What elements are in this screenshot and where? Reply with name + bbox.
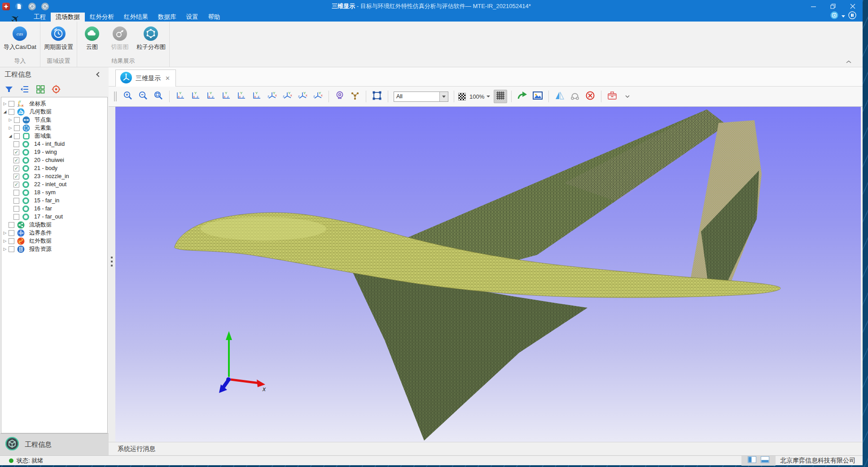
tree-checkbox[interactable]: [13, 190, 19, 196]
tree-item-label[interactable]: 面域集: [35, 132, 52, 140]
tree-item-1[interactable]: ◢几何数据: [1, 108, 107, 116]
tree-expander-icon[interactable]: ▷: [8, 126, 13, 130]
tree-item-15[interactable]: 流场数据: [1, 221, 107, 229]
tree-item-10[interactable]: ✓22 - inlet_out: [1, 180, 107, 188]
tree-expander-icon[interactable]: ▷: [2, 247, 8, 251]
tree-expander-icon[interactable]: ◢: [2, 109, 8, 114]
tree-item-label[interactable]: 几何数据: [29, 108, 52, 116]
tree-item-7[interactable]: ✓20 - chuiwei: [1, 156, 107, 164]
tree-item-label[interactable]: 19 - wing: [34, 149, 57, 155]
view-iso-1-button[interactable]: Yzx: [265, 90, 279, 103]
tree-item-14[interactable]: 17 - far_out: [1, 213, 107, 221]
tree-item-label[interactable]: 流场数据: [29, 221, 52, 229]
tree-item-2[interactable]: ▷节点集: [1, 116, 107, 124]
tree-item-label[interactable]: 15 - far_in: [34, 197, 59, 204]
menu-item-4[interactable]: 数据库: [153, 13, 181, 22]
tree-checkbox[interactable]: [9, 230, 14, 236]
menu-item-6[interactable]: 帮助: [203, 13, 225, 22]
tree-checkbox[interactable]: ✓: [13, 157, 19, 163]
zoom-level-dropdown[interactable]: 100%: [468, 93, 492, 100]
tree-item-6[interactable]: ✓19 - wing: [1, 148, 107, 156]
tree-expander-icon[interactable]: ▷: [2, 239, 8, 243]
tree-item-5[interactable]: 14 - int_fluid: [1, 140, 107, 148]
package-button[interactable]: [605, 90, 619, 103]
close-button[interactable]: [843, 0, 863, 13]
tree-checkbox[interactable]: [13, 198, 19, 204]
filter-icon[interactable]: [4, 84, 14, 95]
tree-item-label[interactable]: 18 - sym: [34, 189, 56, 196]
tree-item-label[interactable]: 23 - nozzle_in: [34, 173, 69, 179]
tree-item-17[interactable]: ▷红外数据: [1, 237, 107, 245]
help-book-icon[interactable]: [848, 11, 856, 21]
zoom-in-button[interactable]: [121, 90, 135, 103]
transparency-pattern-icon[interactable]: [458, 93, 466, 100]
periodic-surface-setting-button[interactable]: 周期面设置: [41, 23, 76, 52]
view-top-button[interactable]: Yxz: [235, 90, 248, 103]
menu-item-0[interactable]: 工程: [29, 13, 51, 22]
menu-item-5[interactable]: 设置: [181, 13, 203, 22]
tree-checkbox[interactable]: [13, 141, 19, 147]
tree-expander-icon[interactable]: ▷: [2, 101, 8, 106]
tree-item-9[interactable]: ✓23 - nozzle_in: [1, 172, 107, 180]
view-left-button[interactable]: Yxz: [204, 90, 218, 103]
tree-expander-icon[interactable]: ◢: [8, 134, 13, 138]
tree-checkbox[interactable]: ✓: [13, 166, 19, 171]
tree-checkbox[interactable]: ✓: [13, 182, 19, 188]
view-iso-4-button[interactable]: Yzx: [311, 90, 324, 103]
undo-icon[interactable]: [28, 3, 36, 10]
mirror-button[interactable]: [553, 90, 566, 103]
tree-item-3[interactable]: ▷元素集: [1, 124, 107, 132]
viewport-3d[interactable]: x: [115, 107, 861, 442]
tree-checkbox[interactable]: [9, 246, 14, 252]
snapshot-button[interactable]: [531, 90, 544, 103]
light-source-button[interactable]: [333, 90, 346, 103]
tree-checkbox[interactable]: [13, 206, 19, 212]
view-right-button[interactable]: Yxz: [219, 90, 233, 103]
clear-all-button[interactable]: [583, 90, 597, 103]
view-switch-caret-icon[interactable]: [842, 15, 845, 17]
view-iso-3-button[interactable]: Yzx: [296, 90, 309, 103]
tree-item-label[interactable]: 元素集: [35, 124, 52, 132]
tree-item-label[interactable]: 17 - far_out: [34, 214, 63, 220]
ribbon-collapse-icon[interactable]: [846, 58, 853, 63]
tree-item-label[interactable]: 22 - inlet_out: [34, 181, 66, 188]
tree-checkbox[interactable]: [14, 117, 20, 123]
particle-trace-button[interactable]: [348, 90, 362, 103]
tree-checkbox[interactable]: [9, 101, 14, 107]
tree-item-16[interactable]: ▷边界条件: [1, 229, 107, 237]
panel-collapse-icon[interactable]: [96, 72, 101, 77]
tree-item-11[interactable]: 18 - sym: [1, 188, 107, 196]
minimize-button[interactable]: [803, 0, 823, 13]
view-bottom-button[interactable]: Yxz: [250, 90, 263, 103]
tree-item-0[interactable]: ▷YZX坐标系: [1, 100, 107, 108]
tree-item-label[interactable]: 坐标系: [29, 100, 46, 108]
panel-splitter[interactable]: [109, 107, 115, 442]
tree-item-label[interactable]: 16 - far: [34, 205, 52, 212]
view-iso-2-button[interactable]: Yzx: [281, 90, 294, 103]
redo-icon[interactable]: [41, 3, 49, 10]
export-arrow-button[interactable]: [516, 90, 529, 103]
locate-icon[interactable]: [51, 84, 61, 95]
tree-item-label[interactable]: 20 - chuiwei: [34, 157, 64, 163]
tree-item-label[interactable]: 报告资源: [29, 245, 52, 253]
chevron-down-icon[interactable]: [621, 90, 634, 103]
import-cas-dat-button[interactable]: cas导入Cas/Dat: [1, 23, 39, 52]
tree-checkbox[interactable]: [14, 125, 20, 131]
tree-checkbox[interactable]: ✓: [13, 149, 19, 155]
tree-expander-icon[interactable]: ▷: [2, 231, 8, 235]
tree-item-13[interactable]: 16 - far: [1, 205, 107, 213]
tree-checkbox[interactable]: [13, 214, 19, 220]
tab-close-icon[interactable]: ✕: [164, 75, 171, 82]
tree-item-label[interactable]: 14 - int_fluid: [34, 141, 65, 147]
toolbar-grip[interactable]: [114, 92, 117, 101]
layout-bottom-icon[interactable]: [761, 456, 769, 465]
tree-item-label[interactable]: 边界条件: [29, 229, 52, 237]
view-switch-icon[interactable]: [830, 11, 838, 21]
zoom-fit-button[interactable]: [152, 90, 165, 103]
tree-item-4[interactable]: ◢面域集: [1, 132, 107, 140]
display-filter-combo[interactable]: All: [394, 92, 448, 102]
tree-checkbox[interactable]: [14, 133, 20, 139]
view-back-button[interactable]: Yxz: [189, 90, 202, 103]
tab-3d-display[interactable]: 三维显示 ✕: [115, 70, 176, 87]
contour-map-button[interactable]: 云图: [78, 23, 106, 52]
